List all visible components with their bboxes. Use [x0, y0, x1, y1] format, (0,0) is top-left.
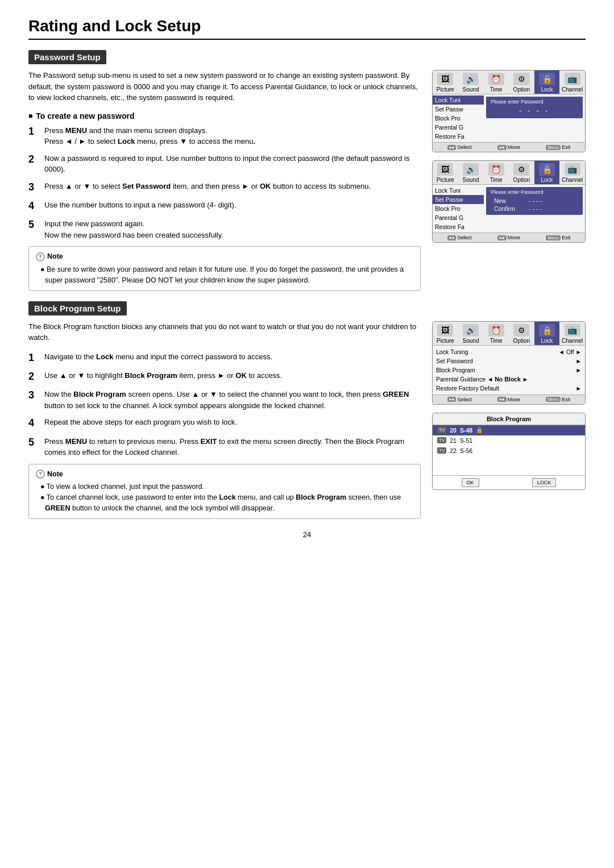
block-note-title: Note: [36, 469, 413, 480]
tv-diagram-3: 🖼 Picture 🔊 Sound ⏰ Time ⚙ Option: [432, 321, 586, 405]
time-icon-3: ⏰: [488, 324, 504, 337]
tv-menu-bar-3: 🖼 Picture 🔊 Sound ⏰ Time ⚙ Option: [433, 322, 585, 346]
channel-icon: 📺: [565, 73, 580, 85]
note-icon-2: [36, 470, 45, 479]
lock-icon-3: 🔒: [539, 324, 555, 337]
menu-item-lock-active-3: 🔒 Lock: [534, 322, 560, 345]
sound-icon-2: 🔊: [463, 163, 479, 176]
footer-exit-1: Menu Exit: [546, 144, 570, 150]
block-step-num-3: 3: [28, 389, 39, 411]
menu-item-channel: 📺 Channel: [559, 70, 585, 94]
tv-badge-1: TV: [437, 427, 446, 433]
footer-move-2: ●● Move: [497, 235, 520, 240]
block-step-text-5: Press MENU to return to previous menu. P…: [44, 436, 421, 458]
step-num-4: 4: [28, 200, 39, 213]
menu-row-lock-tuning-2: Lock Tuni: [433, 186, 484, 195]
password-step-4: 4 Use the number buttons to input a new …: [28, 200, 421, 213]
menu-item-sound-3: 🔊 Sound: [458, 322, 484, 345]
menu-row-restore-2: Restore Fa: [433, 222, 484, 231]
menu-item-picture: 🖼 Picture: [433, 70, 458, 94]
menu-row-parental: Parental G: [433, 123, 484, 132]
tv-footer-3: ●● Select ●● Move Menu Exit: [433, 394, 585, 404]
tv-menu-rows-2: Lock Tuni Set Passw Block Pro Parental G…: [433, 185, 484, 232]
block-program-list: Block Program TV 20 S-48 🔒 TV 21 S-51 TV…: [432, 413, 586, 490]
option-icon: ⚙: [513, 73, 529, 85]
menu-row-set-password: Set Passw: [433, 105, 484, 114]
block-step-4: 4 Repeat the above steps for each progra…: [28, 417, 421, 430]
block-step-num-4: 4: [28, 417, 39, 430]
menu-row-block-program-2: Block Pro: [433, 204, 484, 213]
lock-row-2: Set Password ►: [433, 356, 585, 366]
block-program-section: Block Program Setup The Block Program fu…: [28, 301, 586, 519]
password-step-1: 1 Press MENU and the main menu screen di…: [28, 125, 421, 147]
confirm-password-row: Confirm - - - -: [491, 205, 578, 213]
menu-item-picture-3: 🖼 Picture: [433, 322, 458, 345]
step-num-2: 2: [28, 153, 39, 175]
ok-button[interactable]: OK: [462, 478, 479, 487]
footer-select-1: ●● Select: [447, 144, 472, 150]
channel-icon-2: 📺: [565, 163, 580, 176]
svg-point-0: [40, 258, 41, 259]
menu-item-time: ⏰ Time: [483, 70, 509, 94]
menu-item-lock-active-2: 🔒 Lock: [534, 161, 560, 184]
password-sub-heading: To create a new password: [28, 111, 421, 121]
time-icon-2: ⏰: [488, 163, 504, 176]
block-program-header: Block Program Setup: [28, 301, 127, 315]
picture-icon-3: 🖼: [437, 324, 453, 337]
password-diagrams: 🖼 Picture 🔊 Sound ⏰ Time ⚙ Option: [432, 70, 586, 291]
step-text-4: Use the number buttons to input a new pa…: [44, 200, 421, 213]
sound-icon-3: 🔊: [463, 324, 479, 337]
tv-menu-bar-2: 🖼 Picture 🔊 Sound ⏰ Time ⚙ Option: [433, 161, 585, 185]
password-step-3: 3 Press ▲ or ▼ to select Set Password it…: [28, 181, 421, 194]
block-step-num-2: 2: [28, 370, 39, 383]
block-note-bullet-2: ● To cancel channel lock, use password t…: [40, 492, 413, 514]
footer-exit-2: Menu Exit: [546, 235, 570, 240]
lock-row-4: Parental Guidance ◄ No Block ►: [433, 375, 585, 384]
block-step-1: 1 Navigate to the Lock menu and input th…: [28, 351, 421, 364]
block-step-text-3: Now the Block Program screen opens. Use …: [44, 389, 421, 411]
tv-footer-2: ●● Select ●● Move Menu Exit: [433, 232, 585, 242]
menu-row-restore: Restore Fa: [433, 132, 484, 141]
tv-password-panel-2: Please enter Password New - - - - Confir…: [484, 185, 585, 232]
menu-item-sound-2: 🔊 Sound: [458, 161, 484, 184]
password-setup-intro: The Password setup sub-menu is used to s…: [28, 70, 421, 103]
step-num-5: 5: [28, 218, 39, 240]
password-setup-header: Password Setup: [28, 50, 106, 64]
tv-diagram-1: 🖼 Picture 🔊 Sound ⏰ Time ⚙ Option: [432, 70, 586, 152]
block-program-steps-list: 1 Navigate to the Lock menu and input th…: [28, 351, 421, 458]
tv-lock-menu-rows: Lock Tuning ◄ Off ► Set Password ► Block…: [433, 346, 585, 394]
menu-row-lock-tuning: Lock Tuni: [433, 95, 484, 105]
password-overlay-1: Please enter Password - - - -: [486, 97, 583, 118]
menu-item-picture-2: 🖼 Picture: [433, 161, 458, 184]
lock-icon: 🔒: [539, 73, 555, 85]
step-text-5: Input the new password again.Now the new…: [44, 218, 421, 240]
block-step-3: 3 Now the Block Program screen opens. Us…: [28, 389, 421, 411]
tv-menu-rows-1: Lock Tuni Set Passw Block Pro Parental G…: [433, 94, 484, 142]
lock-row-1: Lock Tuning ◄ Off ►: [433, 347, 585, 356]
menu-item-time-2: ⏰ Time: [483, 161, 509, 184]
picture-icon-2: 🖼: [437, 163, 453, 176]
block-program-left: The Block Program function blocks any ch…: [28, 321, 421, 519]
block-step-text-4: Repeat the above steps for each program …: [44, 417, 421, 430]
channel-row-21: TV 21 S-51: [433, 435, 585, 446]
tv-badge-2: TV: [437, 437, 446, 443]
footer-move-1: ●● Move: [497, 144, 520, 150]
tv-badge-3: TV: [437, 447, 446, 454]
block-step-2: 2 Use ▲ or ▼ to highlight Block Program …: [28, 370, 421, 383]
lock-button[interactable]: LOCK: [532, 478, 557, 487]
block-step-text-2: Use ▲ or ▼ to highlight Block Program it…: [44, 370, 421, 383]
menu-item-sound: 🔊 Sound: [458, 70, 484, 94]
page-title: Rating and Lock Setup: [28, 17, 586, 40]
tv-diagram-2-body: Lock Tuni Set Passw Block Pro Parental G…: [433, 185, 585, 232]
password-note-box: Note ● Be sure to write down your passwo…: [28, 246, 421, 290]
step-text-3: Press ▲ or ▼ to select Set Password item…: [44, 181, 421, 194]
menu-item-channel-2: 📺 Channel: [559, 161, 585, 184]
channel-icon-3: 📺: [565, 324, 580, 337]
tv-diagram-1-body: Lock Tuni Set Passw Block Pro Parental G…: [433, 94, 585, 142]
new-password-row: New - - - -: [491, 197, 578, 205]
lock-icon-2: 🔒: [539, 163, 555, 176]
lock-row-3: Block Program ►: [433, 366, 585, 375]
step-num-3: 3: [28, 181, 39, 194]
menu-item-channel-3: 📺 Channel: [559, 322, 585, 345]
menu-item-option-3: ⚙ Option: [509, 322, 534, 345]
